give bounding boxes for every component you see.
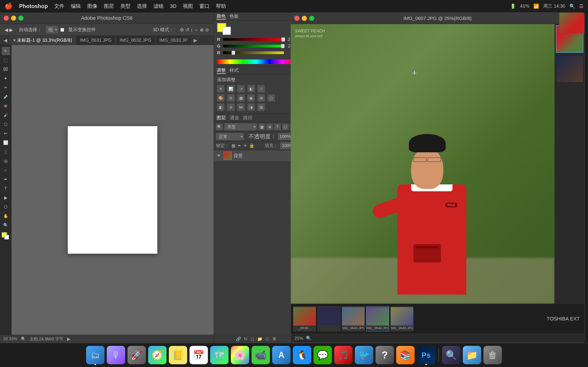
dock-appstore[interactable]: A [272,346,291,364]
blend-mode-select[interactable]: 正常 [216,133,244,140]
add-layer-icon[interactable]: ⬡ [266,336,269,342]
menu-edit[interactable]: 编辑 [71,3,81,10]
layer-visibility-icon[interactable]: 👁 [216,153,222,158]
r-slider[interactable] [223,38,284,41]
tool-history-brush[interactable]: ↩ [2,129,10,138]
tool-shape[interactable]: ⬡ [2,203,10,211]
tool-dodge[interactable]: ○ [2,166,10,174]
dock-wechat[interactable]: 💬 [313,346,332,364]
dock-finder2[interactable]: 📁 [463,346,481,364]
apple-menu[interactable]: 🍎 [5,2,13,10]
tab-layers[interactable]: 图层 [216,115,226,121]
dock-photos[interactable]: 🌸 [231,346,249,364]
tool-type[interactable]: T [2,184,10,193]
adj-gradient-map[interactable]: ◑ [247,103,255,111]
dock-other[interactable]: 🔍 [442,346,460,364]
kind-type-icon[interactable]: T [274,124,281,130]
lock-all-icon[interactable]: 🔒 [249,143,254,148]
add-fx-icon[interactable]: fx [244,336,247,341]
dock-finder[interactable]: 🗂 [86,346,104,364]
tool-move[interactable]: ↖ [2,47,10,55]
adj-channel-mixer[interactable]: ⊞ [258,94,265,102]
kind-shape-icon[interactable]: ⬡ [282,124,288,130]
tab-channels[interactable]: 通道 [230,115,239,121]
menu-help[interactable]: 帮助 [216,3,226,10]
menu-view[interactable]: 视图 [183,3,193,10]
tool-healing[interactable]: ⊕ [2,102,10,110]
tool-pen[interactable]: ✒ [2,175,10,184]
dock-music[interactable]: 🎵 [334,346,353,364]
tool-zoom[interactable]: 🔍 [2,221,10,229]
adj-colorbalance[interactable]: ⚖ [227,94,234,102]
dock-notes[interactable]: 📒 [169,346,187,364]
img-photo-area[interactable]: POLO [291,24,554,304]
control-center-icon[interactable]: ☰ [579,3,583,9]
add-link-icon[interactable]: 🔗 [236,336,241,342]
search-icon[interactable]: 🔍 [569,3,575,9]
menu-select[interactable]: 选择 [137,3,147,10]
adj-brightness[interactable]: ☀ [217,85,225,92]
dock-siri[interactable]: 🎙 [107,346,125,364]
menu-3d[interactable]: 3D [170,3,176,9]
tool-marquee[interactable]: ⬚ [2,56,10,64]
app-name[interactable]: Photoshop [19,3,48,9]
dock-qq[interactable]: 🐧 [293,346,311,364]
adj-exposure[interactable]: ◧ [247,85,255,92]
filter-icon[interactable]: 🔍 [216,124,223,130]
tab-left-arrow[interactable]: ◀ [2,37,9,44]
add-group-icon[interactable]: 📁 [257,336,262,342]
tab-untitled[interactable]: × 未标题-1 @ 33.3%(RGB/8) [9,36,76,45]
tool-eyedropper[interactable]: 💉 [2,93,10,101]
tool-brush[interactable]: 🖌 [2,111,10,119]
lock-move-icon[interactable]: ✛ [243,143,247,148]
dock-photoshop[interactable]: Ps [417,346,435,364]
tool-crop[interactable]: ✂ [2,83,10,92]
adj-posterize[interactable]: ⊘ [227,103,234,111]
dock-trash[interactable]: 🗑 [484,346,502,364]
kind-adj-icon[interactable]: ⊕ [267,124,273,130]
tab-right-arrow[interactable]: ▶ [192,37,199,44]
kind-pixel-icon[interactable]: ▩ [259,124,265,130]
menu-filter[interactable]: 滤镜 [153,3,164,10]
tab-img0631[interactable]: IMG_0631.JPG [76,36,115,45]
add-mask-icon[interactable]: ◻ [251,336,254,342]
adj-bw[interactable]: ▩ [237,94,245,102]
tab-img0633[interactable]: IMG_0633.JP [156,36,191,45]
panel-expand-btn[interactable]: ≫ [293,14,298,19]
b-slider-thumb[interactable] [232,51,235,55]
toolbar-show-transform-checkbox[interactable] [61,28,64,32]
adj-levels[interactable]: 📊 [227,85,234,92]
menu-type[interactable]: 类型 [120,3,130,10]
img-minimize-button[interactable] [302,16,307,21]
file-thumb-blank[interactable] [317,306,340,332]
menu-file[interactable]: 文件 [54,3,64,10]
tab-swatches[interactable]: 色板 [229,13,239,20]
dock-ibooks[interactable]: 📚 [396,346,415,364]
color-spectrum-bar[interactable] [217,59,295,64]
file-thumb-0643[interactable]: IMG_0643.JPG [342,306,365,332]
layer-kind-select[interactable]: 类型 [225,123,257,130]
dock-safari[interactable]: 🧭 [148,346,166,364]
img-zoom-slider-icon[interactable]: 🔍 [306,336,311,341]
tab-color[interactable]: 颜色 [216,13,226,20]
r-slider-thumb[interactable] [281,37,285,42]
g-slider[interactable] [223,45,284,48]
layer-item-background[interactable]: 👁 背景 🔒 [214,150,299,161]
adj-selective-color[interactable]: ▥ [258,103,265,111]
menu-image[interactable]: 图像 [87,3,97,10]
color-swatches-tool[interactable] [2,232,10,240]
lock-paint-icon[interactable]: ✒ [238,143,241,148]
g-slider-thumb[interactable] [281,44,285,48]
tool-magic-wand[interactable]: ✦ [2,74,10,83]
adj-vibrance[interactable]: ▽ [258,85,265,92]
adj-invert[interactable]: ◧ [217,103,225,111]
adj-hsl[interactable]: 🎨 [217,94,225,102]
thumb-img2[interactable] [556,55,583,83]
background-color-swatch[interactable] [223,27,231,35]
file-thumb-0644[interactable]: IMG_0644.JPG [366,306,389,332]
ps-canvas-area[interactable] [11,45,214,335]
dock-help[interactable]: ? [376,346,394,364]
delete-layer-icon[interactable]: 🗑 [272,336,277,341]
dock-calendar[interactable]: 📅 [190,346,208,364]
menu-window[interactable]: 窗口 [199,3,209,10]
